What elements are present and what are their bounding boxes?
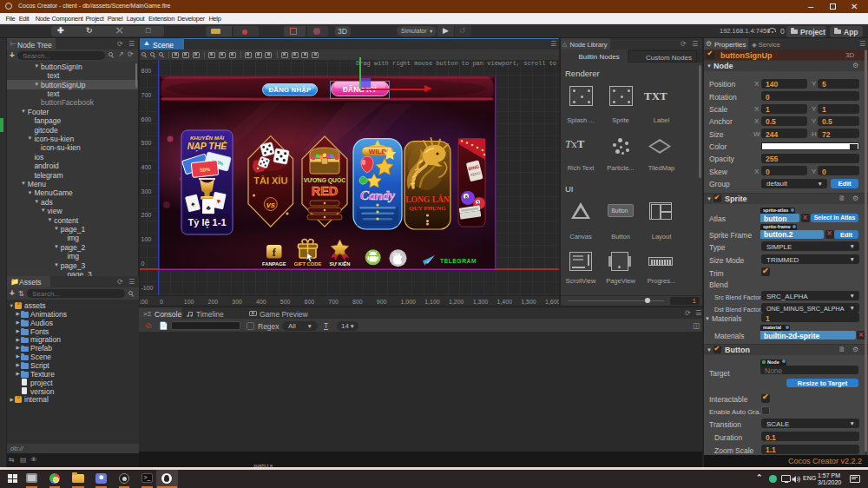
svg-text:VS: VS	[266, 201, 275, 209]
svg-text:8: 8	[465, 195, 468, 200]
svg-text:SỰ KIỆN: SỰ KIỆN	[329, 260, 350, 267]
svg-text:NẠP THẺ: NẠP THẺ	[187, 141, 228, 152]
svg-text:5: 5	[477, 201, 479, 205]
svg-text:RED: RED	[312, 184, 339, 198]
svg-text:GIFT CODE: GIFT CODE	[294, 261, 322, 267]
svg-text:LONG LÂN: LONG LÂN	[405, 195, 450, 204]
svg-text:WILD: WILD	[369, 148, 387, 155]
svg-text:QUY PHỤNG: QUY PHỤNG	[409, 205, 446, 212]
svg-text:VƯƠNG QUỐC: VƯƠNG QUỐC	[304, 175, 346, 184]
svg-text:Candy: Candy	[360, 188, 395, 202]
svg-text:Tỷ lệ 1-1: Tỷ lệ 1-1	[187, 217, 226, 228]
svg-text:TELEGRAM: TELEGRAM	[440, 258, 477, 264]
svg-text:KHUYẾN MÃI: KHUYẾN MÃI	[190, 135, 224, 141]
svg-text:FANPAGE: FANPAGE	[262, 261, 286, 267]
svg-text:TÀI XỈU: TÀI XỈU	[253, 175, 287, 186]
svg-text:♣: ♣	[206, 204, 211, 212]
svg-text:ĐĂNG NHẬP: ĐĂNG NHẬP	[268, 86, 311, 94]
